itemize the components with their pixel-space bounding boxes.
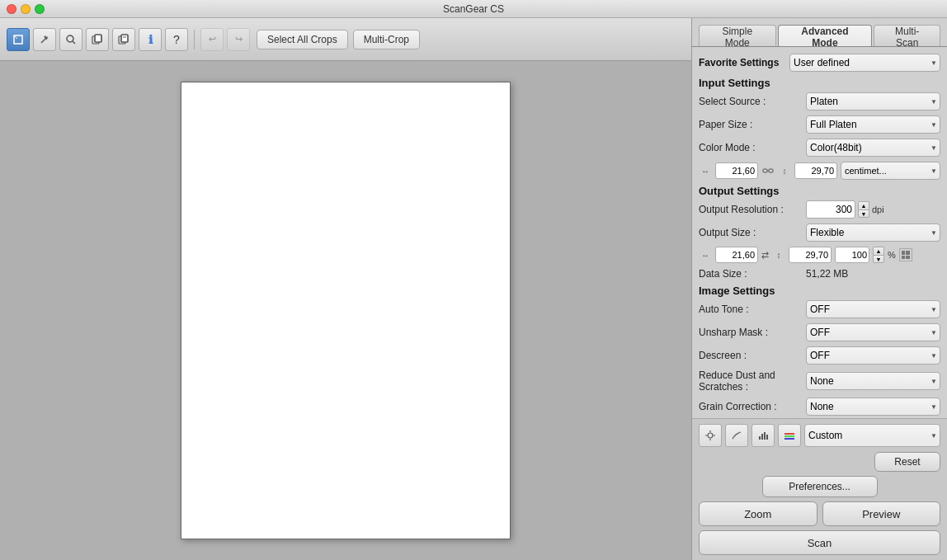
toolbar-tools: ℹ ? ↩ ↪ xyxy=(7,28,250,51)
data-size-row: Data Size : 51,22 MB xyxy=(699,268,940,280)
app-title: ScanGear CS xyxy=(443,3,504,15)
resolution-input[interactable] xyxy=(806,200,855,219)
svg-rect-19 xyxy=(759,436,761,440)
data-size-value: 51,22 MB xyxy=(806,268,848,280)
percent-up[interactable]: ▲ xyxy=(873,247,884,255)
multi-crop-button[interactable]: Multi-Crop xyxy=(353,30,420,49)
undo-button[interactable]: ↩ xyxy=(200,28,224,51)
auto-tone-select[interactable]: OFF xyxy=(806,300,940,318)
unsharp-mask-row: Unsharp Mask : OFF xyxy=(699,323,940,341)
redo-button[interactable]: ↪ xyxy=(227,28,250,51)
out-width-icon: ↔ xyxy=(699,248,712,261)
input-dimensions-row: ↔ ↕ centimet... xyxy=(699,162,940,180)
wand-tool-button[interactable] xyxy=(33,28,56,51)
input-height-field[interactable] xyxy=(794,162,837,179)
percent-down[interactable]: ▼ xyxy=(873,255,884,263)
preferences-button[interactable]: Preferences... xyxy=(762,476,878,497)
input-settings-header: Input Settings xyxy=(699,77,940,89)
copy-tool-button[interactable] xyxy=(86,28,109,51)
info-button[interactable]: ℹ xyxy=(139,28,162,51)
grid-view-button[interactable] xyxy=(899,248,912,261)
output-height-field[interactable] xyxy=(789,247,832,263)
select-all-crops-button[interactable]: Select All Crops xyxy=(257,30,348,49)
titlebar: ScanGear CS xyxy=(0,0,947,18)
grain-correction-wrapper: None xyxy=(806,398,940,416)
favorite-settings-row: Favorite Settings User defined xyxy=(699,54,940,72)
tab-advanced-mode[interactable]: Advanced Mode xyxy=(778,25,873,46)
tab-simple-mode[interactable]: Simple Mode xyxy=(699,25,776,46)
tab-multi-scan[interactable]: Multi-Scan xyxy=(874,25,940,46)
favorite-settings-select[interactable]: User defined xyxy=(789,54,940,72)
right-panel: Simple Mode Advanced Mode Multi-Scan Fav… xyxy=(691,18,947,560)
select-source-select[interactable]: Platen xyxy=(806,92,940,111)
reset-button[interactable]: Reset xyxy=(874,452,940,472)
resolution-spinner[interactable]: ▲ ▼ xyxy=(858,201,869,218)
select-source-label: Select Source : xyxy=(699,96,806,107)
scan-button[interactable]: Scan xyxy=(699,530,940,555)
minimize-button[interactable] xyxy=(21,4,31,14)
output-width-field[interactable] xyxy=(715,247,758,263)
zoom-tool-button[interactable] xyxy=(59,28,82,51)
reset-row: Reset xyxy=(699,452,940,472)
dpi-input-wrap: ▲ ▼ dpi xyxy=(806,200,940,219)
brightness-button[interactable] xyxy=(699,424,722,447)
select-source-wrapper: Platen xyxy=(806,92,940,111)
color-mode-row: Color Mode : Color(48bit) xyxy=(699,139,940,157)
favorite-settings-label: Favorite Settings xyxy=(699,57,789,68)
dust-scratches-select[interactable]: None xyxy=(806,372,940,390)
paper-size-select[interactable]: Full Platen xyxy=(806,115,940,134)
select-tool-button[interactable] xyxy=(7,28,30,51)
resolution-down[interactable]: ▼ xyxy=(858,209,869,218)
toolbar-crops: Select All Crops Multi-Crop xyxy=(257,30,420,49)
svg-rect-10 xyxy=(763,169,767,172)
preferences-row: Preferences... xyxy=(699,476,940,497)
maximize-button[interactable] xyxy=(35,4,45,14)
svg-rect-11 xyxy=(769,169,773,172)
auto-tone-wrapper: OFF xyxy=(806,300,940,318)
color-mode-select[interactable]: Color(48bit) xyxy=(806,139,940,157)
grain-correction-select[interactable]: None xyxy=(806,398,940,416)
output-resolution-row: Output Resolution : ▲ ▼ dpi xyxy=(699,200,940,219)
zoom-button[interactable]: Zoom xyxy=(699,501,817,526)
svg-rect-20 xyxy=(761,434,763,440)
svg-rect-22 xyxy=(766,435,768,440)
svg-rect-7 xyxy=(121,35,128,42)
tone-buttons-row: Custom xyxy=(699,424,940,447)
svg-point-13 xyxy=(708,433,713,438)
percent-spinner[interactable]: ▲ ▼ xyxy=(873,247,884,263)
toolbar-separator xyxy=(194,30,195,49)
hue-saturation-button[interactable] xyxy=(778,424,801,447)
help-button[interactable]: ? xyxy=(165,28,188,51)
paste-tool-button[interactable] xyxy=(112,28,135,51)
scan-row: Scan xyxy=(699,530,940,555)
titlebar-buttons xyxy=(7,4,45,14)
preview-button[interactable]: Preview xyxy=(822,501,941,526)
output-percent-field[interactable] xyxy=(835,247,869,263)
svg-line-2 xyxy=(73,41,75,44)
output-size-select[interactable]: Flexible xyxy=(806,224,940,242)
input-width-field[interactable] xyxy=(715,162,758,179)
unsharp-mask-select[interactable]: OFF xyxy=(806,323,940,341)
output-size-label: Output Size : xyxy=(699,227,806,238)
histogram-button[interactable] xyxy=(751,424,775,447)
auto-tone-row: Auto Tone : OFF xyxy=(699,300,940,318)
zoom-preview-row: Zoom Preview xyxy=(699,501,940,526)
svg-point-1 xyxy=(67,35,73,42)
svg-rect-24 xyxy=(784,435,794,437)
unit-select[interactable]: centimet... xyxy=(841,162,940,180)
output-size-wrapper: Flexible xyxy=(806,224,940,242)
close-button[interactable] xyxy=(7,4,16,14)
descreen-select[interactable]: OFF xyxy=(806,346,940,365)
dust-scratches-label: Reduce Dust and Scratches : xyxy=(699,369,806,393)
resolution-up[interactable]: ▲ xyxy=(858,201,869,209)
percent-label: % xyxy=(888,250,896,260)
link-icon xyxy=(761,164,775,177)
tone-custom-select[interactable]: Custom xyxy=(804,424,940,447)
descreen-wrapper: OFF xyxy=(806,346,940,365)
descreen-label: Descreen : xyxy=(699,350,806,361)
output-size-row: Output Size : Flexible xyxy=(699,224,940,242)
tone-curve-button[interactable] xyxy=(725,424,748,447)
select-source-row: Select Source : Platen xyxy=(699,92,940,111)
bottom-section: Custom Reset Preferences... Zoom Preview… xyxy=(692,418,947,560)
image-settings-header: Image Settings xyxy=(699,285,940,297)
